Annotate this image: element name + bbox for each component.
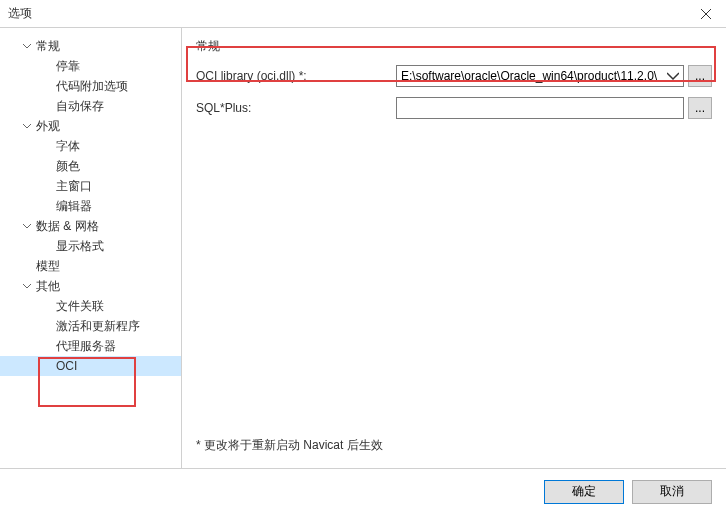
tree-item-appearance[interactable]: 外观 — [0, 116, 181, 136]
oci-library-label: OCI library (oci.dll) *: — [196, 69, 396, 83]
tree-item-fileassoc[interactable]: 文件关联 — [0, 296, 181, 316]
tree-item-activation[interactable]: 激活和更新程序 — [0, 316, 181, 336]
sqlplus-browse-button[interactable]: ... — [688, 97, 712, 119]
restart-note: * 更改将于重新启动 Navicat 后生效 — [196, 437, 383, 454]
tree-item-color[interactable]: 颜色 — [0, 156, 181, 176]
close-button[interactable] — [686, 0, 726, 28]
tree-item-model[interactable]: 模型 — [0, 256, 181, 276]
tree-item-editor[interactable]: 编辑器 — [0, 196, 181, 216]
chevron-down-icon — [20, 119, 34, 133]
titlebar: 选项 — [0, 0, 726, 28]
content: 常规 停靠 代码附加选项 自动保存 外观 字体 颜色 主窗口 编辑器 数据 & … — [0, 28, 726, 468]
tree-label: 常规 — [36, 38, 60, 55]
tree-label: 主窗口 — [56, 178, 92, 195]
button-label: 确定 — [572, 483, 596, 500]
close-icon — [701, 9, 711, 19]
chevron-down-icon — [20, 39, 34, 53]
tree-label: 停靠 — [56, 58, 80, 75]
tree-item-oci[interactable]: OCI — [0, 356, 181, 376]
oci-library-combo[interactable]: E:\software\oracle\Oracle_win64\product\… — [396, 65, 684, 87]
cancel-button[interactable]: 取消 — [632, 480, 712, 504]
tree-item-dock[interactable]: 停靠 — [0, 56, 181, 76]
tree-item-autosave[interactable]: 自动保存 — [0, 96, 181, 116]
main-panel: 常规 OCI library (oci.dll) *: E:\software\… — [182, 28, 726, 468]
tree-label: 自动保存 — [56, 98, 104, 115]
sidebar-tree: 常规 停靠 代码附加选项 自动保存 外观 字体 颜色 主窗口 编辑器 数据 & … — [0, 28, 182, 468]
tree-label: 代理服务器 — [56, 338, 116, 355]
tree-item-displayformat[interactable]: 显示格式 — [0, 236, 181, 256]
footer: 确定 取消 — [0, 468, 726, 514]
tree-label: 显示格式 — [56, 238, 104, 255]
tree-label: OCI — [56, 359, 77, 373]
tree-item-proxy[interactable]: 代理服务器 — [0, 336, 181, 356]
sqlplus-label: SQL*Plus: — [196, 101, 396, 115]
tree-item-datagrid[interactable]: 数据 & 网格 — [0, 216, 181, 236]
form-row-sqlplus: SQL*Plus: ... — [196, 97, 712, 119]
section-header: 常规 — [196, 38, 712, 55]
chevron-down-icon — [20, 219, 34, 233]
tree-label: 外观 — [36, 118, 60, 135]
tree-label: 代码附加选项 — [56, 78, 128, 95]
tree-item-other[interactable]: 其他 — [0, 276, 181, 296]
form-row-oci: OCI library (oci.dll) *: E:\software\ora… — [196, 65, 712, 87]
tree-item-mainwindow[interactable]: 主窗口 — [0, 176, 181, 196]
tree-label: 编辑器 — [56, 198, 92, 215]
chevron-down-icon — [20, 279, 34, 293]
tree-item-font[interactable]: 字体 — [0, 136, 181, 156]
tree-item-general[interactable]: 常规 — [0, 36, 181, 56]
tree-item-code-addon[interactable]: 代码附加选项 — [0, 76, 181, 96]
oci-browse-button[interactable]: ... — [688, 65, 712, 87]
ok-button[interactable]: 确定 — [544, 480, 624, 504]
tree-label: 颜色 — [56, 158, 80, 175]
window-title: 选项 — [8, 5, 32, 22]
chevron-down-icon — [667, 70, 679, 82]
sqlplus-input[interactable] — [396, 97, 684, 119]
button-label: 取消 — [660, 483, 684, 500]
tree-label: 激活和更新程序 — [56, 318, 140, 335]
ellipsis-icon: ... — [695, 69, 705, 83]
tree-label: 数据 & 网格 — [36, 218, 99, 235]
tree-label: 文件关联 — [56, 298, 104, 315]
combo-value: E:\software\oracle\Oracle_win64\product\… — [401, 69, 667, 83]
ellipsis-icon: ... — [695, 101, 705, 115]
tree-label: 其他 — [36, 278, 60, 295]
tree-label: 字体 — [56, 138, 80, 155]
tree-label: 模型 — [36, 258, 60, 275]
